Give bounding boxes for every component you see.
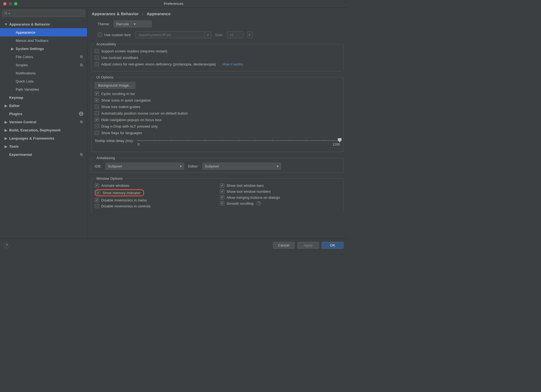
sidebar-item[interactable]: ▶Build, Execution, Deployment	[0, 126, 87, 134]
breadcrumb: Appearance & Behavior › Appearance	[87, 8, 347, 17]
sidebar-item[interactable]: Experimental	[0, 150, 87, 159]
window-options-group: Window Options Animate windowsShow memor…	[91, 176, 343, 213]
checkbox[interactable]: Automatically position mouse cursor on d…	[95, 111, 340, 115]
checkbox[interactable]: Show tree indent guides	[95, 105, 340, 109]
help-button[interactable]: ?	[4, 242, 10, 248]
sidebar-item[interactable]: File Colors	[0, 53, 87, 61]
use-custom-font-checkbox[interactable]: Use custom font:	[98, 33, 132, 37]
checkbox-label: Show tool window bars	[227, 184, 264, 188]
zoom-window-button[interactable]	[14, 2, 17, 5]
chevron-down-icon: ▼	[4, 22, 8, 26]
sidebar-item-label: Experimental	[9, 153, 32, 157]
ui-options-legend: UI Options	[95, 75, 115, 79]
checkbox[interactable]: Allow merging buttons on dialogs	[220, 195, 340, 200]
copy-icon	[79, 120, 83, 124]
help-icon[interactable]: ?	[257, 201, 261, 206]
sidebar-item[interactable]: Scopes	[0, 61, 87, 69]
background-image-button[interactable]: Background Image...	[95, 82, 135, 89]
color-blind-checkbox[interactable]: Adjust colors for red-green vision defic…	[95, 62, 340, 66]
checkbox[interactable]: Disable mnemonics in controls	[95, 204, 215, 208]
sidebar-item-label: Quick Lists	[16, 79, 34, 83]
sidebar-item-label: Appearance & Behavior	[9, 22, 50, 26]
breadcrumb-sep: ›	[142, 11, 144, 16]
checkbox-label: Disable mnemonics in controls	[101, 204, 151, 208]
svg-rect-6	[81, 121, 82, 123]
sidebar-item-label: Menus and Toolbars	[16, 39, 48, 43]
copy-icon	[79, 55, 83, 59]
checkbox[interactable]: Cyclic scrolling in list	[95, 91, 340, 96]
checkbox[interactable]: Show icons in quick navigation	[95, 98, 340, 102]
sidebar-item[interactable]: Menus and Toolbars	[0, 36, 87, 45]
checkbox[interactable]: Disable mnemonics in menu	[95, 198, 215, 202]
sidebar-item-label: Tools	[9, 144, 19, 148]
checkbox-label: Animate windows	[101, 184, 129, 188]
chevron-right-icon: ▶	[4, 128, 8, 132]
minimize-window-button[interactable]	[9, 2, 12, 5]
svg-rect-7	[80, 121, 82, 122]
aa-editor-select[interactable]: Subpixel ▾	[202, 163, 281, 170]
ok-button[interactable]: OK	[322, 242, 343, 249]
sidebar-item[interactable]: Plugins1	[0, 110, 87, 118]
search-icon	[4, 11, 8, 15]
checkbox[interactable]: Drag-n-Drop with ALT pressed only	[95, 124, 340, 128]
close-window-button[interactable]	[3, 2, 7, 5]
checkbox-label: Show flags for languages	[101, 131, 142, 135]
sidebar-item-label: Appearance	[16, 30, 35, 34]
checkbox[interactable]: Smooth scrolling?	[220, 201, 340, 206]
checkbox[interactable]: Animate windows	[95, 183, 215, 188]
copy-icon	[79, 153, 83, 156]
sidebar-item[interactable]: ▶Editor	[0, 102, 87, 110]
aa-ide-value: Subpixel	[108, 164, 122, 168]
content-area: Appearance & Behavior › Appearance Theme…	[87, 8, 347, 239]
how-it-works-link[interactable]: How it works	[222, 62, 243, 66]
sidebar-item-label: Notifications	[16, 71, 36, 75]
slider-thumb[interactable]	[337, 138, 342, 143]
use-custom-font-label: Use custom font:	[104, 33, 132, 37]
checkbox[interactable]: Show tool window bars	[220, 183, 340, 188]
checkbox[interactable]: Hide navigation popups on focus loss	[95, 118, 340, 122]
aa-ide-select[interactable]: Subpixel ▾	[106, 163, 184, 170]
checkbox[interactable]: Support screen readers (requires restart…	[95, 49, 340, 53]
theme-select[interactable]: Darcula ▾	[114, 20, 152, 27]
sidebar-item[interactable]: Quick Lists	[0, 77, 87, 85]
sidebar-item[interactable]: Path Variables	[0, 85, 87, 93]
badge: 1	[79, 112, 83, 116]
checkbox-label: Support screen readers (requires restart…	[101, 49, 167, 53]
sidebar-item[interactable]: ▶Tools	[0, 142, 87, 150]
sidebar-item-label: Path Variables	[16, 87, 39, 91]
sidebar-item[interactable]: ▶Version Control	[0, 118, 87, 126]
aa-editor-label: Editor:	[188, 164, 199, 168]
apply-button[interactable]: Apply	[297, 242, 319, 249]
tooltip-delay-slider[interactable]: 0 1200	[138, 138, 340, 149]
svg-rect-5	[80, 64, 82, 65]
aa-editor-value: Subpixel	[205, 164, 219, 168]
cancel-button[interactable]: Cancel	[273, 242, 295, 249]
sidebar-item[interactable]: Appearance	[0, 28, 87, 36]
sidebar-item-label: Plugins	[9, 112, 22, 116]
svg-point-0	[5, 12, 7, 14]
sidebar-item[interactable]: Notifications	[0, 69, 87, 77]
search-input[interactable]: ▾	[2, 10, 85, 17]
checkbox-label: Smooth scrolling	[227, 201, 253, 206]
color-blind-label: Adjust colors for red-green vision defic…	[101, 62, 216, 66]
ui-options-group: UI Options Background Image... Cyclic sc…	[91, 75, 343, 152]
checkbox-label: Disable mnemonics in menu	[101, 198, 147, 202]
svg-rect-3	[80, 56, 82, 57]
svg-rect-8	[81, 154, 82, 156]
theme-label: Theme:	[98, 22, 110, 26]
chevron-down-icon: ▾	[274, 163, 279, 169]
chevron-right-icon: ▶	[4, 144, 8, 148]
sidebar-item[interactable]: ▼Appearance & Behavior	[0, 20, 87, 28]
checkbox[interactable]: Show flags for languages	[95, 131, 340, 135]
sidebar-item[interactable]: ▶System Settings	[0, 45, 87, 53]
checkbox[interactable]: Use contrast scrollbars	[95, 55, 340, 60]
sidebar-item[interactable]: Keymap	[0, 93, 87, 102]
sidebar-item-label: System Settings	[16, 47, 44, 51]
checkbox[interactable]: Show memory indicator	[96, 191, 141, 195]
checkbox[interactable]: Show tool window numbers	[220, 189, 340, 194]
checkbox-label: Show tool window numbers	[227, 189, 271, 194]
font-size-stepper[interactable]: ▾	[247, 31, 253, 38]
sidebar-item[interactable]: ▶Languages & Frameworks	[0, 134, 87, 142]
font-size-field[interactable]: 13	[227, 31, 243, 38]
font-name-select[interactable]: .AppleSystemUIFont ▾	[135, 31, 211, 38]
